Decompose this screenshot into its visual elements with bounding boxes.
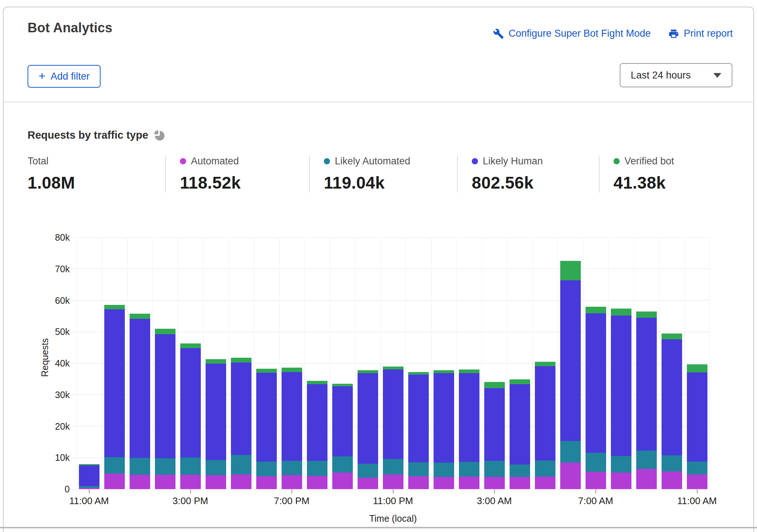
bar-segment-likely-human[interactable] [155,334,175,458]
bar-segment-verified-bot[interactable] [332,384,353,387]
bar-segment-likely-automated[interactable] [459,462,479,476]
bar-segment-automated[interactable] [687,474,707,489]
bar-segment-verified-bot[interactable] [459,369,479,373]
bar-segment-automated[interactable] [434,477,454,489]
bar-segment-likely-automated[interactable] [484,461,505,477]
stacked-bar[interactable] [434,370,454,489]
bar-segment-likely-human[interactable] [434,373,454,463]
bar-segment-automated[interactable] [586,472,606,489]
bar-segment-automated[interactable] [332,473,353,489]
bar-segment-likely-human[interactable] [611,316,631,456]
bar-segment-verified-bot[interactable] [510,379,530,384]
bar-segment-likely-automated[interactable] [611,456,631,473]
bar-segment-verified-bot[interactable] [130,314,150,319]
bar-segment-automated[interactable] [358,478,378,489]
bar-segment-likely-human[interactable] [535,366,555,460]
bar-segment-likely-automated[interactable] [256,462,277,476]
stacked-bar[interactable] [155,329,175,489]
bar-segment-likely-human[interactable] [636,318,657,451]
bar-segment-automated[interactable] [130,475,150,489]
bar-segment-automated[interactable] [256,476,277,489]
bar-segment-automated[interactable] [383,474,403,489]
bar-segment-automated[interactable] [535,477,555,489]
stacked-bar[interactable] [408,372,429,489]
bar-segment-likely-automated[interactable] [104,457,125,474]
bar-segment-automated[interactable] [206,475,226,489]
bar-segment-verified-bot[interactable] [256,369,277,373]
bar-segment-automated[interactable] [636,469,657,489]
bar-segment-automated[interactable] [307,476,327,489]
bar-segment-verified-bot[interactable] [662,334,682,339]
bar-segment-likely-automated[interactable] [383,459,403,474]
bar-segment-likely-human[interactable] [358,373,378,464]
bar-segment-verified-bot[interactable] [282,368,302,372]
stacked-bar[interactable] [484,382,505,489]
bar-segment-likely-automated[interactable] [155,458,175,475]
bar-segment-likely-human[interactable] [560,280,581,441]
stacked-bar[interactable] [383,367,403,489]
bar-segment-likely-automated[interactable] [231,455,251,474]
bar-segment-likely-human[interactable] [586,313,606,453]
bar-segment-likely-automated[interactable] [130,458,150,475]
bar-segment-likely-automated[interactable] [662,455,682,471]
print-report-link[interactable]: Print report [668,28,733,39]
stacked-bar[interactable] [231,358,251,489]
bar-segment-automated[interactable] [231,474,251,489]
stacked-bar[interactable] [636,311,657,489]
bar-segment-automated[interactable] [155,475,175,489]
bar-segment-likely-human[interactable] [687,372,707,462]
bar-segment-likely-human[interactable] [459,373,479,462]
bar-segment-likely-human[interactable] [307,384,327,461]
bar-segment-likely-automated[interactable] [687,462,707,474]
bar-segment-automated[interactable] [611,473,631,489]
bar-segment-verified-bot[interactable] [180,343,201,348]
bar-segment-likely-human[interactable] [79,465,99,486]
stacked-bar[interactable] [180,343,201,489]
stacked-bar[interactable] [358,370,378,489]
bar-segment-automated[interactable] [79,488,99,489]
bar-segment-likely-automated[interactable] [307,461,327,476]
bar-segment-likely-human[interactable] [180,348,201,458]
bar-segment-automated[interactable] [459,477,479,489]
stacked-bar[interactable] [662,334,682,489]
bar-segment-likely-human[interactable] [332,386,353,456]
bar-segment-verified-bot[interactable] [104,305,125,309]
bar-segment-automated[interactable] [662,471,682,489]
bar-segment-likely-automated[interactable] [434,463,454,477]
stacked-bar[interactable] [282,368,302,489]
bar-segment-verified-bot[interactable] [611,309,631,316]
bar-segment-likely-automated[interactable] [206,460,226,475]
stacked-bar[interactable] [307,381,327,489]
bar-segment-likely-human[interactable] [231,362,251,455]
bar-segment-likely-automated[interactable] [560,441,581,463]
stacked-bar[interactable] [459,369,479,489]
bar-segment-verified-bot[interactable] [636,311,657,317]
stacked-bar[interactable] [535,362,555,489]
stacked-bar[interactable] [206,359,226,489]
bar-segment-likely-automated[interactable] [282,461,302,475]
bar-segment-verified-bot[interactable] [307,381,327,384]
bar-segment-likely-automated[interactable] [180,458,201,474]
bar-segment-automated[interactable] [484,477,505,489]
bar-segment-likely-human[interactable] [510,384,530,465]
time-range-select[interactable]: Last 24 hours [620,63,732,87]
bar-segment-likely-automated[interactable] [332,456,353,473]
bar-segment-verified-bot[interactable] [535,362,555,366]
bar-segment-automated[interactable] [282,475,302,489]
bar-segment-likely-human[interactable] [484,388,505,461]
bar-segment-verified-bot[interactable] [231,358,251,363]
bar-segment-verified-bot[interactable] [408,372,429,375]
bar-segment-automated[interactable] [180,475,201,489]
stacked-bar[interactable] [687,364,707,489]
bar-segment-verified-bot[interactable] [155,329,175,334]
stacked-bar[interactable] [586,307,606,489]
bar-segment-likely-automated[interactable] [408,462,429,476]
bar-segment-likely-automated[interactable] [586,453,606,472]
bar-segment-automated[interactable] [560,463,581,489]
bar-segment-verified-bot[interactable] [586,307,606,313]
bar-segment-likely-human[interactable] [130,319,150,458]
bar-segment-likely-automated[interactable] [358,464,378,478]
bar-segment-likely-human[interactable] [408,375,429,462]
bar-segment-automated[interactable] [408,476,429,489]
stacked-bar[interactable] [79,464,99,489]
